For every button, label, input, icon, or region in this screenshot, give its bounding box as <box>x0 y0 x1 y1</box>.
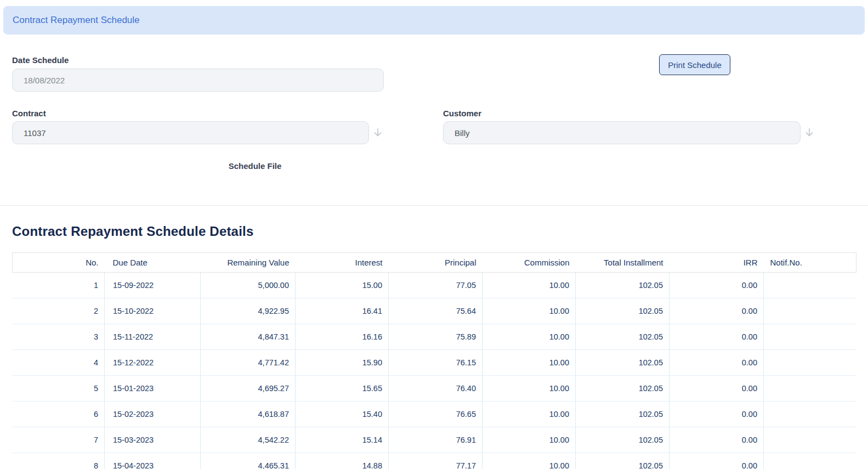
table-cell: 4,465.31 <box>201 453 296 469</box>
table-cell: 15-09-2022 <box>105 273 201 298</box>
customer-label: Customer <box>443 109 481 118</box>
table-row: 215-10-20224,922.9516.4175.6410.00102.05… <box>13 298 856 324</box>
table-cell: 75.89 <box>389 324 483 350</box>
column-header: Interest <box>296 253 389 273</box>
table-cell: 10.00 <box>483 298 576 324</box>
contract-label: Contract <box>12 109 46 118</box>
column-header: Commission <box>483 253 576 273</box>
schedule-table-body: 115-09-20225,000.0015.0077.0510.00102.05… <box>13 273 856 469</box>
table-cell: 6 <box>13 402 105 427</box>
table-cell: 4,847.31 <box>201 324 296 350</box>
table-cell: 10.00 <box>483 376 576 402</box>
table-cell: 10.00 <box>483 402 576 427</box>
table-cell: 102.05 <box>576 376 670 402</box>
table-cell: 102.05 <box>576 324 670 350</box>
table-cell: 102.05 <box>576 273 670 298</box>
table-cell: 0.00 <box>670 402 764 427</box>
table-cell: 4,695.27 <box>201 376 296 402</box>
table-cell: 1 <box>13 273 105 298</box>
contract-input[interactable] <box>12 121 369 144</box>
schedule-table: No.Due DateRemaining ValueInterestPrinci… <box>12 252 856 469</box>
table-cell: 10.00 <box>483 427 576 453</box>
table-cell: 76.40 <box>389 376 483 402</box>
table-cell <box>764 453 856 469</box>
table-cell: 15-02-2023 <box>105 402 201 427</box>
table-cell: 2 <box>13 298 105 324</box>
table-cell: 76.65 <box>389 402 483 427</box>
table-cell: 0.00 <box>670 273 764 298</box>
table-cell: 15.40 <box>296 402 389 427</box>
table-cell: 102.05 <box>576 350 670 376</box>
table-cell <box>764 350 856 376</box>
table-header-row: No.Due DateRemaining ValueInterestPrinci… <box>13 253 856 273</box>
column-header: IRR <box>670 253 764 273</box>
table-cell: 10.00 <box>483 453 576 469</box>
contract-dropdown-arrow-icon[interactable] <box>372 127 384 139</box>
table-cell <box>764 298 856 324</box>
section-divider <box>0 205 868 206</box>
table-cell: 10.00 <box>483 324 576 350</box>
table-cell: 15-01-2023 <box>105 376 201 402</box>
table-cell: 15-10-2022 <box>105 298 201 324</box>
table-cell <box>764 324 856 350</box>
table-cell: 14.88 <box>296 453 389 469</box>
table-cell: 10.00 <box>483 273 576 298</box>
table-cell: 4,922.95 <box>201 298 296 324</box>
table-cell: 15-04-2023 <box>105 453 201 469</box>
table-cell: 75.64 <box>389 298 483 324</box>
table-cell: 4 <box>13 350 105 376</box>
table-cell: 4,771.42 <box>201 350 296 376</box>
table-cell: 102.05 <box>576 427 670 453</box>
customer-dropdown-arrow-icon[interactable] <box>803 127 815 139</box>
table-cell: 0.00 <box>670 453 764 469</box>
page-title: Contract Repayment Schedule <box>13 15 140 26</box>
table-cell: 15.65 <box>296 376 389 402</box>
table-cell: 0.00 <box>670 298 764 324</box>
customer-input[interactable] <box>443 121 801 144</box>
table-cell: 5,000.00 <box>201 273 296 298</box>
table-cell: 10.00 <box>483 350 576 376</box>
page-header: Contract Repayment Schedule <box>3 6 865 35</box>
table-cell: 0.00 <box>670 324 764 350</box>
date-schedule-input[interactable] <box>12 69 384 92</box>
column-header: Principal <box>389 253 483 273</box>
table-row: 115-09-20225,000.0015.0077.0510.00102.05… <box>13 273 856 298</box>
table-cell: 77.05 <box>389 273 483 298</box>
column-header: Remaining Value <box>201 253 296 273</box>
table-row: 715-03-20234,542.2215.1476.9110.00102.05… <box>13 427 856 453</box>
table-cell: 4,542.22 <box>201 427 296 453</box>
details-section-title: Contract Repayment Schedule Details <box>12 224 253 239</box>
print-schedule-button[interactable]: Print Schedule <box>659 54 730 75</box>
table-cell: 16.41 <box>296 298 389 324</box>
table-cell: 102.05 <box>576 298 670 324</box>
table-cell: 15.14 <box>296 427 389 453</box>
table-row: 515-01-20234,695.2715.6576.4010.00102.05… <box>13 376 856 402</box>
table-cell: 4,618.87 <box>201 402 296 427</box>
table-cell: 77.17 <box>389 453 483 469</box>
table-cell: 102.05 <box>576 402 670 427</box>
table-row: 815-04-20234,465.3114.8877.1710.00102.05… <box>13 453 856 469</box>
table-cell: 16.16 <box>296 324 389 350</box>
column-header: Due Date <box>105 253 201 273</box>
table-cell: 102.05 <box>576 453 670 469</box>
table-cell <box>764 402 856 427</box>
table-cell: 7 <box>13 427 105 453</box>
table-cell <box>764 273 856 298</box>
table-row: 315-11-20224,847.3116.1675.8910.00102.05… <box>13 324 856 350</box>
table-cell: 0.00 <box>670 427 764 453</box>
table-cell <box>764 427 856 453</box>
table-cell: 15.00 <box>296 273 389 298</box>
table-cell: 8 <box>13 453 105 469</box>
column-header: No. <box>13 253 105 273</box>
table-cell: 5 <box>13 376 105 402</box>
column-header: Total Installment <box>576 253 670 273</box>
schedule-file-label: Schedule File <box>0 161 510 171</box>
date-schedule-label: Date Schedule <box>12 55 69 65</box>
table-cell: 76.91 <box>389 427 483 453</box>
table-row: 615-02-20234,618.8715.4076.6510.00102.05… <box>13 402 856 427</box>
table-cell: 76.15 <box>389 350 483 376</box>
table-cell: 15-03-2023 <box>105 427 201 453</box>
table-cell <box>764 376 856 402</box>
table-cell: 0.00 <box>670 350 764 376</box>
table-cell: 0.00 <box>670 376 764 402</box>
